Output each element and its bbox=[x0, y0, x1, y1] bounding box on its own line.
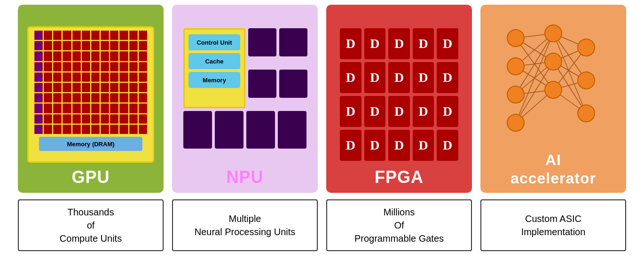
gpu-cell bbox=[72, 41, 81, 50]
gpu-cell bbox=[34, 103, 43, 113]
gpu-cell bbox=[110, 72, 118, 82]
gpu-cell bbox=[44, 51, 52, 61]
npu-dark-cell bbox=[246, 111, 275, 149]
fpga-cell: D bbox=[437, 130, 458, 161]
gpu-cell bbox=[53, 103, 62, 113]
gpu-cell bbox=[129, 103, 138, 113]
gpu-cell bbox=[119, 103, 128, 113]
gpu-cell bbox=[72, 51, 81, 61]
ai-title: AIaccelerator bbox=[510, 151, 596, 187]
fpga-icon: D bbox=[346, 138, 355, 153]
gpu-cell bbox=[91, 93, 100, 103]
npu-cache-unit: Cache bbox=[188, 53, 240, 69]
npu-dark-cell bbox=[183, 111, 212, 149]
gpu-cell bbox=[53, 62, 62, 71]
gpu-cell bbox=[34, 114, 43, 124]
gpu-cell bbox=[34, 31, 43, 40]
npu-dark-cell bbox=[279, 70, 307, 98]
gpu-cell bbox=[119, 31, 128, 40]
gpu-desc-text: Thousands of Compute Units bbox=[60, 206, 122, 245]
gpu-cell bbox=[44, 41, 52, 50]
fpga-icon: D bbox=[418, 36, 428, 51]
fpga-cell: D bbox=[413, 130, 434, 161]
gpu-cell bbox=[82, 41, 90, 50]
gpu-cell bbox=[63, 62, 71, 71]
gpu-cell bbox=[110, 114, 118, 124]
gpu-cell bbox=[72, 31, 81, 40]
gpu-cell bbox=[139, 83, 147, 92]
gpu-cell bbox=[139, 62, 147, 71]
gpu-cell bbox=[119, 41, 128, 50]
gpu-cell bbox=[101, 83, 109, 92]
gpu-cell bbox=[139, 114, 147, 124]
fpga-desc-text: Millions Of Programmable Gates bbox=[354, 206, 444, 245]
gpu-cell bbox=[34, 93, 43, 103]
gpu-cell bbox=[129, 62, 138, 71]
fpga-icon: D bbox=[394, 104, 404, 119]
ai-inner-box bbox=[492, 10, 614, 146]
gpu-inner-box: Memory (DRAM) bbox=[27, 26, 154, 163]
gpu-cell bbox=[82, 114, 90, 124]
gpu-cell bbox=[139, 72, 147, 82]
gpu-cell bbox=[72, 125, 81, 134]
fpga-cell: D bbox=[388, 130, 410, 161]
fpga-cell: D bbox=[340, 96, 361, 127]
npu-grid-right bbox=[248, 28, 307, 108]
gpu-cell bbox=[110, 62, 118, 71]
gpu-cell bbox=[139, 125, 147, 134]
gpu-cell bbox=[72, 93, 81, 103]
nn-node bbox=[578, 39, 595, 56]
fpga-cell: D bbox=[340, 28, 361, 59]
fpga-icon: D bbox=[443, 70, 452, 85]
gpu-cell bbox=[53, 51, 62, 61]
gpu-cell bbox=[119, 51, 128, 61]
gpu-cell bbox=[63, 72, 71, 82]
fpga-cell: D bbox=[364, 28, 386, 59]
gpu-grid bbox=[34, 31, 147, 134]
npu-description: Multiple Neural Processing Units bbox=[172, 199, 318, 251]
gpu-cell bbox=[101, 72, 109, 82]
gpu-cell bbox=[82, 51, 90, 61]
fpga-icon: D bbox=[346, 70, 355, 85]
gpu-cell bbox=[129, 114, 138, 124]
npu-top-section: Control Unit Cache Memory bbox=[183, 28, 306, 108]
fpga-cell: D bbox=[388, 28, 410, 59]
gpu-cell bbox=[44, 83, 52, 92]
gpu-cell bbox=[110, 125, 118, 134]
gpu-cell bbox=[53, 41, 62, 50]
gpu-cell bbox=[34, 51, 43, 61]
npu-bottom-row bbox=[183, 111, 306, 149]
fpga-cell: D bbox=[388, 96, 410, 127]
gpu-cell bbox=[34, 41, 43, 50]
gpu-cell bbox=[119, 125, 128, 134]
gpu-cell bbox=[119, 114, 128, 124]
gpu-cell bbox=[72, 103, 81, 113]
gpu-cell bbox=[91, 31, 100, 40]
gpu-cell bbox=[129, 93, 138, 103]
gpu-cell bbox=[129, 51, 138, 61]
fpga-card: D D D D D D D D D D D D D D D D D D D D … bbox=[326, 5, 472, 193]
cards-row: Memory (DRAM) GPU Control Unit Cache Mem… bbox=[9, 5, 635, 193]
gpu-cell bbox=[82, 31, 90, 40]
fpga-icon: D bbox=[443, 138, 452, 153]
fpga-cell: D bbox=[413, 96, 434, 127]
nn-node bbox=[507, 114, 524, 131]
gpu-cell bbox=[63, 31, 71, 40]
gpu-dram-label: Memory (DRAM) bbox=[39, 137, 142, 151]
fpga-cell: D bbox=[340, 130, 361, 161]
gpu-cell bbox=[53, 83, 62, 92]
npu-title: NPU bbox=[226, 167, 263, 187]
fpga-cell: D bbox=[364, 62, 386, 93]
fpga-icon: D bbox=[394, 138, 404, 153]
gpu-cell bbox=[53, 93, 62, 103]
neural-network-diagram bbox=[492, 10, 614, 146]
fpga-cell: D bbox=[437, 28, 458, 59]
gpu-cell bbox=[34, 83, 43, 92]
gpu-cell bbox=[53, 125, 62, 134]
gpu-cell bbox=[101, 31, 109, 40]
gpu-cell bbox=[72, 114, 81, 124]
gpu-cell bbox=[44, 72, 52, 82]
gpu-cell bbox=[129, 125, 138, 134]
ai-description: Custom ASIC Implementation bbox=[480, 199, 626, 251]
npu-dark-cell bbox=[248, 70, 276, 98]
